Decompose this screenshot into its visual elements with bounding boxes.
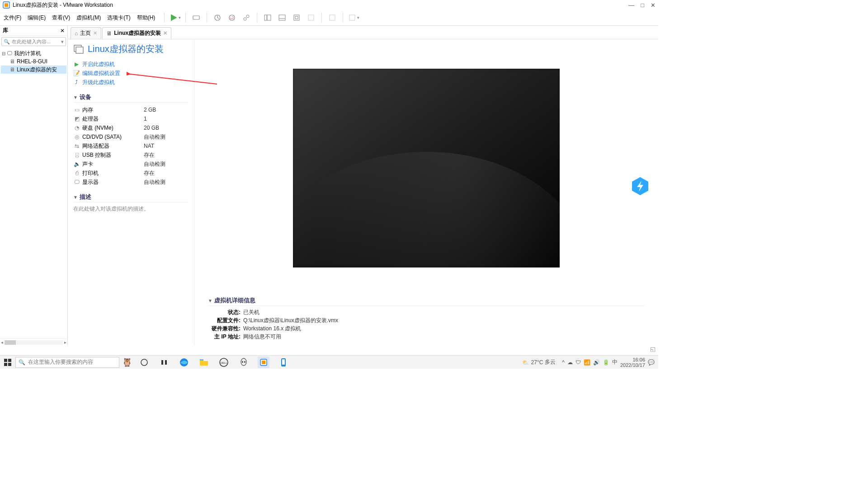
svg-point-6 [246, 15, 249, 18]
unity-button[interactable] [326, 12, 338, 23]
battery-icon[interactable]: 🔋 [603, 359, 609, 366]
device-printer[interactable]: ⎙打印机存在 [73, 169, 189, 178]
disc-icon: ◎ [73, 134, 80, 140]
chevron-down-icon: ▾ [179, 15, 181, 20]
library-scrollbar[interactable]: ◂▸ [0, 338, 67, 346]
network-icon[interactable]: 📶 [584, 359, 590, 366]
status-corner-icon[interactable]: ◱ [650, 346, 656, 352]
menu-help[interactable]: 帮助(H) [137, 14, 156, 22]
power-on-button[interactable]: ▾ [169, 12, 181, 23]
taskbar-clock[interactable]: 16:06 2022/10/17 [620, 357, 645, 368]
vmware-taskbar-button[interactable] [258, 357, 269, 368]
svg-rect-13 [308, 15, 314, 20]
cortana-button[interactable] [158, 357, 170, 368]
network-icon: ⇆ [73, 143, 80, 149]
vm-title-text: Linux虚拟器的安装 [88, 43, 164, 55]
action-power-on[interactable]: ▶ 开启此虚拟机 [73, 60, 189, 69]
dell-button[interactable]: DELL [218, 357, 230, 368]
onedrive-icon[interactable]: ☁ [567, 359, 573, 366]
device-sound[interactable]: 🔈声卡自动检测 [73, 160, 189, 169]
action-upgrade[interactable]: ⤴ 升级此虚拟机 [73, 78, 189, 87]
view-console-button[interactable] [291, 12, 302, 23]
collapse-icon[interactable]: ⊟ [1, 51, 6, 56]
detail-state-key: 状态: [208, 309, 241, 317]
tab-close-button[interactable]: ✕ [93, 30, 97, 36]
device-network[interactable]: ⇆网络适配器NAT [73, 141, 189, 150]
description-placeholder[interactable]: 在此处键入对该虚拟机的描述。 [73, 205, 189, 213]
minimize-button[interactable]: — [628, 2, 634, 9]
view-thumbnail-button[interactable] [276, 12, 288, 23]
start-button[interactable] [0, 359, 15, 366]
notifications-icon[interactable]: 💬 [648, 359, 655, 366]
tab-home[interactable]: ⌂ 主页 ✕ [71, 27, 101, 39]
send-ctrl-alt-del-button[interactable] [190, 12, 202, 23]
svg-point-5 [244, 18, 246, 20]
menu-edit[interactable]: 编辑(E) [28, 14, 46, 22]
snapshot-revert-button[interactable] [226, 12, 238, 23]
svg-rect-1 [5, 3, 8, 7]
weather-icon: ⛅ [522, 359, 529, 366]
upgrade-icon: ⤴ [73, 79, 80, 85]
vm-screen-preview[interactable] [293, 69, 560, 267]
tab-vm[interactable]: 🖥 Linux虚拟器的安装 ✕ [102, 27, 171, 39]
ime-indicator[interactable]: 中 [612, 358, 618, 366]
svg-rect-17 [76, 47, 83, 53]
detail-hw-key: 硬件兼容性: [208, 325, 241, 333]
thunder-badge-icon[interactable] [630, 176, 650, 196]
svg-rect-11 [294, 15, 299, 20]
close-button[interactable]: ✕ [651, 2, 656, 9]
library-close-button[interactable]: ✕ [60, 28, 65, 34]
action-edit-settings[interactable]: 📝 编辑虚拟机设置 [73, 69, 189, 78]
devices-header[interactable]: ▼ 设备 [73, 93, 189, 103]
tree-item-rhel[interactable]: 🖥 RHEL-8-GUI [1, 57, 66, 66]
phone-link-button[interactable] [278, 357, 289, 368]
device-usb[interactable]: ⍓USB 控制器存在 [73, 150, 189, 160]
menu-view[interactable]: 查看(V) [52, 14, 70, 22]
library-search[interactable]: 🔍 在此处键入内容... ▾ [1, 37, 66, 46]
chevron-down-icon[interactable]: ▾ [61, 39, 64, 45]
display-icon: 🖵 [73, 179, 80, 185]
library-title: 库 [3, 27, 8, 34]
stretch-button[interactable]: ▾ [348, 12, 359, 23]
maximize-button[interactable]: □ [641, 2, 644, 9]
tree-root-my-computer[interactable]: ⊟ 🖵 我的计算机 [1, 49, 66, 57]
windows-taskbar: 🔍 在这里输入你要搜索的内容 🦉 DELL ⛅ 27°C 多云 ^ ☁ 🛡 📶 … [0, 355, 658, 369]
search-icon: 🔍 [4, 39, 10, 45]
vm-details-header[interactable]: ▼ 虚拟机详细信息 [208, 296, 645, 306]
svg-rect-15 [349, 15, 355, 20]
explorer-button[interactable] [198, 357, 210, 368]
snapshot-button[interactable] [212, 12, 223, 23]
volume-icon[interactable]: 🔊 [593, 359, 600, 366]
edge-button[interactable] [178, 357, 190, 368]
menu-vm[interactable]: 虚拟机(M) [76, 14, 101, 22]
alienware-button[interactable] [238, 357, 250, 368]
app-icon [3, 1, 10, 9]
svg-rect-22 [4, 363, 7, 366]
weather-widget[interactable]: ⛅ 27°C 多云 [522, 358, 556, 366]
home-icon: ⌂ [75, 30, 78, 37]
view-library-button[interactable] [262, 12, 274, 23]
tray-expand-icon[interactable]: ^ [562, 359, 565, 366]
svg-point-33 [244, 361, 245, 362]
security-icon[interactable]: 🛡 [576, 359, 581, 366]
task-view-button[interactable] [138, 357, 150, 368]
device-display[interactable]: 🖵显示器自动检测 [73, 178, 189, 187]
tab-close-button[interactable]: ✕ [163, 30, 167, 36]
device-memory[interactable]: ▭内存2 GB [73, 105, 189, 114]
tree-item-linux-vm[interactable]: 🖥 Linux虚拟器的安 [1, 66, 66, 74]
menu-file[interactable]: 文件(F) [4, 14, 21, 22]
view-fullscreen-button[interactable] [305, 12, 317, 23]
svg-point-31 [241, 358, 246, 366]
device-cddvd[interactable]: ◎CD/DVD (SATA)自动检测 [73, 132, 189, 141]
svg-rect-37 [282, 359, 285, 365]
device-cpu[interactable]: ◩处理器1 [73, 114, 189, 123]
menu-tabs[interactable]: 选项卡(T) [107, 14, 130, 22]
action-label: 编辑虚拟机设置 [82, 70, 120, 77]
description-header[interactable]: ▼ 描述 [73, 193, 189, 202]
svg-rect-20 [4, 359, 7, 362]
taskbar-search[interactable]: 🔍 在这里输入你要搜索的内容 [15, 357, 119, 368]
device-disk[interactable]: ◔硬盘 (NVMe)20 GB [73, 123, 189, 132]
cpu-icon: ◩ [73, 116, 80, 122]
library-header: 库 ✕ [0, 26, 67, 36]
snapshot-manager-button[interactable] [241, 12, 252, 23]
